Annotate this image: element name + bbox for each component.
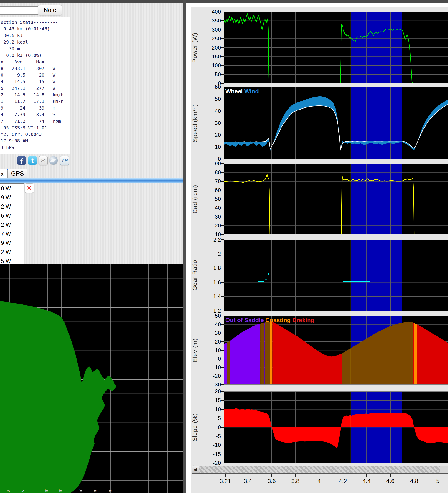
section-stats-text: ection Stats--------- 0.43 km (0:01:48) … [1, 19, 70, 151]
y-tick-label: 20 [192, 132, 221, 138]
twitter-share-icon[interactable]: t [28, 156, 37, 165]
elev-legend: Out of Saddle Coasting Braking [225, 317, 314, 324]
y-tick-mark [221, 190, 224, 190]
y-tick-label: -20 [192, 373, 221, 379]
y-tick-mark [221, 135, 224, 135]
x-tick-label: 4.8 [405, 478, 424, 485]
gear-chart[interactable] [224, 240, 448, 311]
interval-row[interactable]: 2 W [0, 247, 24, 257]
y-tick-mark [221, 56, 224, 57]
interval-row[interactable]: 7 W [0, 229, 24, 238]
elev-chart[interactable]: Out of Saddle Coasting Braking [224, 316, 448, 385]
y-tick-label: 10 [192, 406, 221, 413]
slope-chart[interactable] [224, 392, 448, 463]
cad-chart[interactable] [224, 164, 448, 235]
y-tick-mark [221, 47, 224, 48]
y-tick-mark [221, 99, 224, 99]
y-tick-mark [221, 427, 224, 427]
y-tick-mark [221, 172, 224, 173]
meanmax-x-label: m [107, 488, 112, 492]
note-button[interactable]: Note [38, 5, 62, 15]
tab-stats-partial[interactable]: s [0, 169, 8, 178]
x-tick-label: 4.2 [333, 478, 352, 485]
meanmax-x-label: m [78, 488, 83, 492]
y-tick-mark [221, 87, 224, 87]
y-tick-label: 90 [192, 160, 221, 167]
interval-row[interactable]: 9 W [0, 238, 24, 247]
y-tick-mark [221, 74, 224, 75]
y-tick-mark [221, 391, 224, 392]
y-tick-mark [221, 333, 224, 333]
y-tick-label: 0 [192, 424, 221, 431]
x-tick-mark [295, 474, 296, 477]
google-earth-icon[interactable] [49, 156, 58, 165]
y-tick-mark [221, 454, 224, 454]
interval-row[interactable]: 6 W [0, 211, 24, 220]
y-tick-mark [221, 225, 224, 226]
power-chart[interactable] [224, 12, 448, 83]
y-tick-label: 20 [192, 338, 221, 345]
scrollbar-thumb[interactable] [440, 466, 448, 473]
scroll-left-arrow-icon[interactable]: ◀ [192, 466, 199, 473]
x-tick-label: 4.4 [357, 478, 376, 485]
meanmax-x-label: m [92, 488, 97, 492]
y-tick-label: 60 [192, 84, 221, 90]
y-tick-mark [221, 409, 224, 410]
y-tick-label: 5 [192, 415, 221, 421]
interval-row[interactable]: 0 W [0, 184, 24, 193]
y-tick-mark [221, 418, 224, 418]
y-tick-mark [221, 268, 224, 268]
y-tick-label: 150 [192, 53, 221, 60]
x-tick-mark [319, 474, 319, 477]
y-tick-label: -30 [192, 381, 221, 388]
section-stats-box: ection Stats--------- 0.43 km (0:01:48) … [0, 17, 70, 154]
y-tick-mark [221, 147, 224, 147]
y-tick-mark [221, 384, 224, 385]
facebook-share-icon[interactable]: f [17, 156, 26, 165]
window-split-divider[interactable] [183, 0, 186, 493]
y-tick-mark [221, 436, 224, 437]
gear-axis-label: Gear Ratio [190, 240, 200, 311]
meanmax-chart[interactable]: ssmmmmm [0, 264, 183, 493]
section-name-input[interactable] [0, 6, 39, 15]
x-tick-label: 3.8 [286, 478, 305, 485]
y-tick-mark [221, 65, 224, 66]
y-tick-mark [221, 376, 224, 376]
tab-gps[interactable]: GPS [8, 169, 27, 178]
y-tick-mark [221, 123, 224, 123]
y-tick-label: 250 [192, 35, 221, 42]
scrollbar-track[interactable] [199, 466, 440, 473]
interval-row[interactable]: 9 W [0, 193, 24, 202]
y-tick-mark [221, 463, 224, 463]
email-share-icon[interactable]: ✉ [39, 156, 48, 165]
y-tick-label: 10 [192, 144, 221, 150]
y-tick-mark [221, 11, 224, 12]
y-tick-label: 100 [192, 62, 221, 69]
y-tick-mark [221, 181, 224, 181]
y-tick-mark [221, 234, 224, 235]
y-tick-label: 400 [192, 9, 221, 15]
y-tick-mark [221, 239, 224, 240]
y-tick-label: 350 [192, 18, 221, 24]
y-tick-mark [221, 254, 224, 254]
y-tick-label: 30 [192, 120, 221, 126]
delete-interval-button[interactable]: ✕ [24, 183, 34, 193]
x-tick-label: 3.21 [216, 478, 235, 485]
horizontal-scrollbar[interactable]: ◀ [191, 466, 448, 474]
interval-row[interactable]: 2 W [0, 202, 24, 211]
y-tick-mark [221, 400, 224, 401]
y-tick-mark [221, 341, 224, 342]
y-tick-label: 30 [192, 213, 221, 220]
trainingpeaks-icon[interactable]: TP [60, 156, 69, 165]
y-tick-label: 10 [192, 347, 221, 354]
y-tick-mark [221, 83, 224, 84]
interval-list[interactable]: 0 W9 W2 W6 W2 W7 W9 W2 W5 W [0, 183, 24, 267]
y-tick-mark [221, 111, 224, 111]
meanmax-x-label: m [44, 488, 49, 492]
speed-chart[interactable]: Wheel Wind [224, 87, 448, 159]
y-tick-label: -15 [192, 451, 221, 457]
y-tick-label: 40 [192, 108, 221, 114]
y-tick-label: 60 [192, 187, 221, 193]
y-tick-mark [221, 159, 224, 159]
interval-row[interactable]: 2 W [0, 220, 24, 229]
